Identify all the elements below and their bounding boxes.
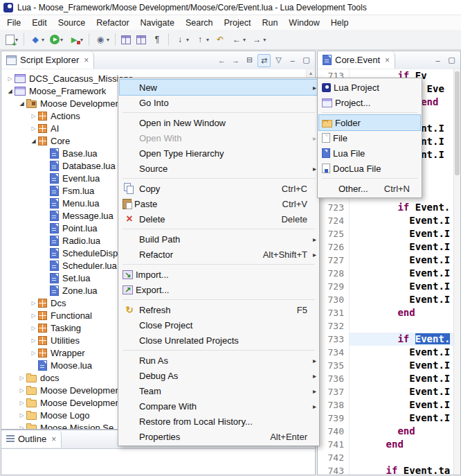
context-menu-item-paste[interactable]: PasteCtrl+V bbox=[120, 196, 318, 211]
menubar-item-navigate[interactable]: Navigate bbox=[135, 17, 180, 29]
twisty-collapsed-icon[interactable]: ▷ bbox=[29, 325, 38, 331]
twisty-collapsed-icon[interactable]: ▷ bbox=[17, 387, 26, 394]
scroll-up-icon[interactable]: ▲ bbox=[307, 69, 315, 78]
twisty-expanded-icon[interactable]: ◢ bbox=[6, 88, 15, 94]
tab-core-event[interactable]: Core.Event × bbox=[318, 51, 395, 69]
twisty-collapsed-icon[interactable]: ▷ bbox=[17, 425, 26, 430]
context-menu-item-close-unrelated-projects[interactable]: Close Unrelated Projects bbox=[120, 333, 318, 348]
toolbar-external-tools-button[interactable]: ▶▾ bbox=[66, 32, 85, 47]
code-text[interactable]: Event.I bbox=[350, 227, 454, 240]
toolbar-forward-button[interactable]: →▾ bbox=[249, 32, 268, 47]
new-submenu-item-file[interactable]: File bbox=[319, 130, 420, 146]
toolbar-previous-annotation-button[interactable]: ↑▾ bbox=[192, 32, 211, 47]
code-text[interactable]: end bbox=[350, 425, 454, 438]
twisty-collapsed-icon[interactable]: ▷ bbox=[6, 76, 15, 82]
toolbar-run-button[interactable]: ▾ bbox=[48, 32, 65, 47]
twisty-collapsed-icon[interactable]: ▷ bbox=[29, 337, 38, 344]
context-menu-item-team[interactable]: Team▸ bbox=[120, 383, 318, 398]
menubar-item-window[interactable]: Window bbox=[283, 17, 325, 29]
code-text[interactable]: Event.I bbox=[350, 293, 454, 306]
twisty-collapsed-icon[interactable]: ▷ bbox=[17, 375, 26, 381]
link-with-editor-icon[interactable]: ⇄ bbox=[257, 54, 271, 67]
forward-icon[interactable]: → bbox=[230, 54, 242, 66]
new-submenu-item-doclua-file[interactable]: DocLua File bbox=[319, 161, 420, 176]
collapse-all-icon[interactable]: ⊟ bbox=[244, 54, 255, 66]
context-menu-item-refactor[interactable]: RefactorAlt+Shift+T▸ bbox=[120, 247, 318, 262]
context-menu-item-build-path[interactable]: Build Path▸ bbox=[120, 231, 318, 247]
twisty-expanded-icon[interactable]: ◢ bbox=[17, 100, 26, 107]
minimize-icon[interactable]: – bbox=[287, 54, 298, 66]
code-text[interactable] bbox=[350, 319, 454, 333]
twisty-collapsed-icon[interactable]: ▷ bbox=[17, 412, 26, 418]
context-menu-item-refresh[interactable]: RefreshF5 bbox=[120, 302, 318, 317]
menubar-item-project[interactable]: Project bbox=[219, 17, 257, 29]
twisty-collapsed-icon[interactable]: ▷ bbox=[29, 312, 38, 319]
toolbar-open-element-button[interactable] bbox=[119, 32, 133, 47]
code-text[interactable]: Event.I bbox=[350, 254, 454, 267]
context-menu-item-copy[interactable]: CopyCtrl+C bbox=[120, 181, 318, 196]
context-menu-item-run-as[interactable]: Run As▸ bbox=[120, 353, 318, 368]
new-submenu-item-lua-project[interactable]: Lua Project bbox=[319, 80, 420, 95]
code-text[interactable]: Event.I bbox=[350, 412, 454, 425]
context-menu-item-properties[interactable]: PropertiesAlt+Enter bbox=[120, 429, 318, 444]
menubar-item-source[interactable]: Source bbox=[53, 17, 91, 29]
code-text[interactable]: Event.I bbox=[350, 398, 454, 412]
context-menu-item-delete[interactable]: DeleteDelete bbox=[120, 211, 318, 227]
code-text[interactable] bbox=[350, 451, 454, 464]
close-icon[interactable]: × bbox=[51, 434, 56, 444]
close-icon[interactable]: × bbox=[84, 55, 89, 65]
twisty-collapsed-icon[interactable]: ▷ bbox=[29, 300, 38, 306]
context-menu-item-close-project[interactable]: Close Project bbox=[120, 317, 318, 333]
new-submenu-item-folder[interactable]: Folder bbox=[319, 115, 420, 130]
context-menu-item-open-type-hierarchy[interactable]: Open Type Hierarchy bbox=[120, 146, 318, 161]
close-icon[interactable]: × bbox=[385, 55, 390, 65]
context-menu-item-source[interactable]: Source▸ bbox=[120, 161, 318, 176]
toolbar-new-wizard-button[interactable]: ▾ bbox=[3, 32, 20, 47]
context-menu-item-new[interactable]: New▸ bbox=[120, 80, 318, 95]
code-text[interactable]: Event.I bbox=[350, 385, 454, 398]
toolbar-search-button[interactable]: ◉▾ bbox=[93, 32, 111, 47]
scrollbar-thumb[interactable] bbox=[455, 71, 460, 175]
context-menu-item-restore-from-local-history[interactable]: Restore from Local History... bbox=[120, 414, 318, 429]
code-text[interactable]: Event.I bbox=[350, 346, 454, 359]
code-text[interactable]: Event.I bbox=[350, 359, 454, 372]
tab-script-explorer[interactable]: Script Explorer × bbox=[1, 51, 94, 69]
minimize-icon[interactable]: – bbox=[432, 54, 444, 66]
twisty-collapsed-icon[interactable]: ▷ bbox=[29, 350, 38, 356]
editor-scrollbar[interactable] bbox=[453, 69, 460, 475]
toolbar-show-whitespace-button[interactable]: ¶ bbox=[150, 32, 165, 47]
toolbar-last-edit-location-button[interactable]: ↶ bbox=[213, 32, 228, 47]
toolbar-debug-button[interactable]: ◆▾ bbox=[28, 32, 46, 47]
toolbar-open-type-button[interactable] bbox=[134, 32, 148, 47]
code-text[interactable]: Event.I bbox=[350, 280, 454, 293]
maximize-icon[interactable]: ▢ bbox=[300, 54, 312, 66]
context-menu-item-go-into[interactable]: Go Into bbox=[120, 95, 318, 110]
maximize-icon[interactable]: ▢ bbox=[446, 54, 458, 66]
context-menu-item-import[interactable]: Import... bbox=[120, 267, 318, 282]
new-submenu-item-other[interactable]: Other...Ctrl+N bbox=[319, 181, 420, 196]
code-text[interactable]: if Event.ta bbox=[350, 464, 454, 475]
toolbar-next-annotation-button[interactable]: ↓▾ bbox=[172, 32, 191, 47]
twisty-collapsed-icon[interactable]: ▷ bbox=[29, 113, 38, 119]
context-menu-item-compare-with[interactable]: Compare With▸ bbox=[120, 398, 318, 414]
menubar-item-help[interactable]: Help bbox=[325, 17, 354, 29]
twisty-expanded-icon[interactable]: ◢ bbox=[29, 138, 38, 144]
twisty-collapsed-icon[interactable]: ▷ bbox=[29, 125, 38, 132]
context-menu-item-export[interactable]: Export... bbox=[120, 282, 318, 297]
code-text[interactable]: Event.I bbox=[350, 372, 454, 385]
tab-outline[interactable]: Outline × bbox=[1, 430, 62, 448]
code-text[interactable]: end bbox=[350, 306, 454, 319]
menubar-item-file[interactable]: File bbox=[1, 17, 26, 29]
code-text[interactable]: Event.I bbox=[350, 240, 454, 254]
twisty-collapsed-icon[interactable]: ▷ bbox=[17, 400, 26, 406]
toolbar-back-button[interactable]: ←▾ bbox=[229, 32, 248, 47]
context-menu-item-debug-as[interactable]: Debug As▸ bbox=[120, 368, 318, 383]
code-text[interactable]: if Event. bbox=[350, 201, 454, 214]
code-text[interactable]: Event.I bbox=[350, 267, 454, 280]
menubar-item-refactor[interactable]: Refactor bbox=[91, 17, 134, 29]
menubar-item-run[interactable]: Run bbox=[256, 17, 283, 29]
code-text[interactable]: if Event. bbox=[350, 333, 454, 346]
code-text[interactable]: end bbox=[350, 438, 454, 451]
view-menu-icon[interactable]: ▽ bbox=[273, 54, 284, 66]
new-submenu-item-project[interactable]: Project... bbox=[319, 95, 420, 110]
